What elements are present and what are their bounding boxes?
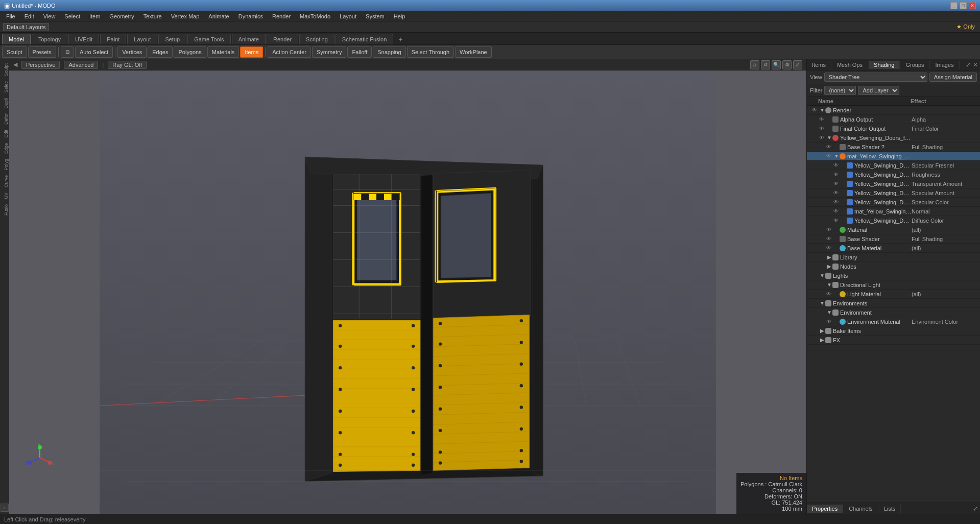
tree-row[interactable]: ▶ Bake Items [807, 326, 980, 336]
panel-expand-icon[interactable]: ⤢ [966, 61, 971, 68]
eye-icon[interactable]: 👁 [818, 116, 825, 123]
add-tab-button[interactable]: + [394, 34, 407, 44]
falloff-button[interactable]: Falloff [347, 46, 372, 58]
bottom-panel-expand-icon[interactable]: ⤢ [973, 505, 978, 512]
menu-item-layout[interactable]: Layout [336, 12, 361, 20]
menu-item-render[interactable]: Render [268, 12, 295, 20]
edges-button[interactable]: Edges [148, 46, 173, 58]
expand-icon[interactable]: ▼ [826, 135, 832, 141]
tree-row[interactable]: ▼ Environment [807, 308, 980, 317]
panel-tab-groups[interactable]: Groups [900, 61, 929, 69]
workplane-button[interactable]: WorkPlane [455, 46, 492, 58]
panel-tab-mesh-ops[interactable]: Mesh Ops [832, 61, 868, 69]
sidebar-polygon[interactable]: Polyg [1, 157, 9, 173]
eye-icon[interactable]: 👁 [832, 199, 840, 206]
filter-select[interactable]: (none) [824, 86, 856, 95]
eye-icon[interactable]: 👁 [811, 107, 818, 114]
viewport-icon-settings[interactable]: ⚙ [782, 60, 792, 69]
menu-item-view[interactable]: View [39, 12, 60, 20]
vertices-button[interactable]: Vertices [117, 46, 147, 58]
eye-icon[interactable]: 👁 [832, 189, 840, 197]
viewport-icon-home[interactable]: ⌂ [750, 60, 759, 69]
tree-row[interactable]: 👁 Base Shader Full Shading [807, 234, 980, 244]
snapping-button[interactable]: Snapping [373, 46, 406, 58]
tree-row[interactable]: 👁 Yellow_Swinging_Doors_for_Superm ... S… [807, 188, 980, 198]
viewport-nav-prev[interactable]: ◀ [13, 61, 17, 68]
menu-item-animate[interactable]: Animate [204, 12, 233, 20]
viewport-icon-expand[interactable]: ⤢ [793, 60, 802, 69]
tree-row[interactable]: 👁 Base Shader ? Full Shading [807, 142, 980, 152]
menu-item-dynamics[interactable]: Dynamics [234, 12, 267, 20]
tree-row[interactable]: 👁 ▼ mat_Yellow_Swinging_Doors_for_Super.… [807, 152, 980, 161]
tree-row[interactable]: 👁 Yellow_Swinging_Doors_for_Superm ... D… [807, 216, 980, 225]
menu-item-item[interactable]: Item [85, 12, 104, 20]
sidebar-edge[interactable]: Edge [1, 141, 9, 156]
sculpt-button[interactable]: Sculpt [2, 46, 27, 58]
sidebar-fusion[interactable]: Fusio [1, 202, 9, 218]
eye-icon[interactable]: 👁 [832, 162, 840, 169]
eye-icon[interactable]: 👁 [818, 134, 825, 141]
eye-icon[interactable]: 👁 [825, 153, 832, 160]
tab-animate[interactable]: Animate [232, 34, 266, 44]
tree-row[interactable]: 👁 Final Color Output Final Color [807, 124, 980, 133]
eye-icon[interactable]: 👁 [825, 144, 832, 151]
shader-tree-select[interactable]: Shader Tree [824, 73, 927, 82]
tab-topology[interactable]: Topology [32, 34, 67, 44]
sidebar-edit[interactable]: Edit [1, 128, 9, 140]
materials-button[interactable]: Materials [207, 46, 240, 58]
tree-row[interactable]: ▼ Environments [807, 299, 980, 308]
eye-icon[interactable]: 👁 [818, 125, 825, 132]
menu-item-maxtomodo[interactable]: MaxToModo [296, 12, 334, 20]
layout-dropdown[interactable]: Default Layouts [3, 23, 49, 31]
add-layer-select[interactable]: Add Layer [858, 86, 899, 95]
tab-paint[interactable]: Paint [100, 34, 126, 44]
advanced-button[interactable]: Advanced [64, 61, 98, 69]
presets-button[interactable]: Presets [28, 46, 56, 58]
sidebar-uv[interactable]: UV [1, 190, 9, 201]
minimize-button[interactable]: _ [950, 2, 958, 9]
tree-row[interactable]: 👁 Yellow_Swinging_Doors_for_Superm ... S… [807, 161, 980, 170]
panel-close-icon[interactable]: ✕ [973, 61, 978, 68]
sidebar-duplicate[interactable]: Dupli [1, 96, 9, 111]
assign-material-button[interactable]: Assign Material [929, 73, 977, 82]
tree-row[interactable]: ▶ Nodes [807, 262, 980, 271]
sidebar-bottom-btn[interactable]: ○ [1, 504, 9, 512]
expand-icon[interactable]: ▶ [819, 337, 825, 343]
tab-model[interactable]: Model [2, 34, 31, 44]
select-through-button[interactable]: Select Through [407, 46, 454, 58]
expand-icon[interactable]: ▶ [826, 264, 832, 270]
close-button[interactable]: ✕ [969, 2, 976, 9]
tree-row[interactable]: 👁 mat_Yellow_Swinging_Doors_for_Su ... N… [807, 207, 980, 216]
eye-icon[interactable]: 👁 [832, 171, 840, 178]
expand-icon[interactable]: ▼ [826, 282, 832, 288]
bottom-panel-tab-lists[interactable]: Lists [879, 505, 901, 513]
symmetry-button[interactable]: Symmetry [312, 46, 347, 58]
viewport-icon-refresh[interactable]: ↺ [761, 60, 770, 69]
tab-render[interactable]: Render [267, 34, 298, 44]
panel-tab-items[interactable]: Items [807, 61, 831, 69]
eye-icon[interactable]: 👁 [825, 245, 832, 252]
menu-item-help[interactable]: Help [390, 12, 410, 20]
expand-icon[interactable]: ▼ [819, 107, 825, 113]
tree-row[interactable]: 👁 ▼ Yellow_Swinging_Doors_for_Supermarke… [807, 133, 980, 142]
tree-row[interactable]: 👁 Material (all) [807, 225, 980, 234]
eye-icon[interactable]: 👁 [825, 291, 832, 298]
tab-layout[interactable]: Layout [127, 34, 157, 44]
raygl-button[interactable]: Ray GL: Off [108, 61, 147, 69]
sidebar-selection[interactable]: Selec [1, 79, 9, 95]
eye-icon[interactable]: 👁 [825, 235, 832, 243]
tree-row[interactable]: 👁 Yellow_Swinging_Doors_for_Superm ... T… [807, 179, 980, 188]
viewport-canvas[interactable]: X Z Y No Items Polygons : Catmull-Clark … [9, 70, 806, 514]
tree-row[interactable]: 👁 ▼ Render [807, 106, 980, 115]
tree-row[interactable]: ▼ Directional Light [807, 280, 980, 290]
tree-row[interactable]: 👁 Light Material (all) [807, 290, 980, 299]
tree-row[interactable]: 👁 Base Material (all) [807, 244, 980, 253]
sidebar-sculpt[interactable]: Sculpt [1, 61, 9, 78]
tab-uvedit[interactable]: UVEdit [68, 34, 99, 44]
expand-icon[interactable]: ▼ [833, 153, 840, 159]
panel-tab-shading[interactable]: Shading [869, 61, 900, 69]
menu-item-geometry[interactable]: Geometry [105, 12, 138, 20]
bottom-panel-tab-channels[interactable]: Channels [844, 505, 878, 513]
tab-setup[interactable]: Setup [158, 34, 186, 44]
eye-icon[interactable]: 👁 [832, 208, 840, 215]
